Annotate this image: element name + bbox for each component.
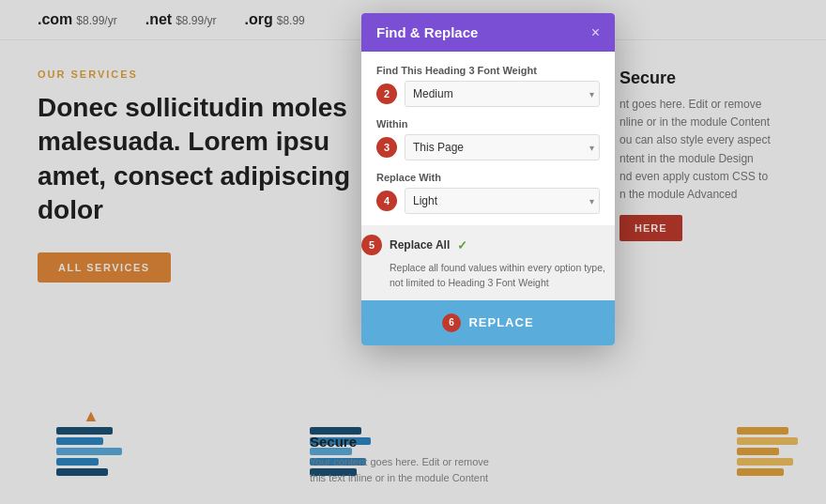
replace-all-section: 5 Replace All ✓ Replace all found values… [361,225,615,300]
checkmark-icon: ✓ [457,238,467,252]
step-4-badge: 4 [376,191,397,211]
replace-with-row: 4 Light Normal Bold Medium ▾ [376,188,600,214]
within-select-wrapper: This Page Entire Site This Section ▾ [405,134,600,160]
step-6-badge: 6 [442,313,461,332]
find-replace-modal: Find & Replace × Find This Heading 3 Fon… [361,13,615,345]
within-label: Within [376,118,600,130]
step-5-badge: 5 [361,235,382,255]
replace-with-label: Replace With [376,172,600,183]
find-select[interactable]: Medium Bold Light Normal [405,81,600,107]
step-3-badge: 3 [376,137,397,158]
replace-all-desc: Replace all found values within every op… [390,261,615,291]
modal-title: Find & Replace [376,24,478,40]
replace-button[interactable]: 6 Replace [361,300,615,345]
find-row: 2 Medium Bold Light Normal ▾ [376,81,600,107]
modal-header: Find & Replace × [361,13,615,52]
replace-select[interactable]: Light Normal Bold Medium [405,188,600,214]
within-select[interactable]: This Page Entire Site This Section [405,134,600,160]
replace-all-header: 5 Replace All ✓ [361,235,615,255]
find-label: Find This Heading 3 Font Weight [376,65,600,76]
replace-select-wrapper: Light Normal Bold Medium ▾ [405,188,600,214]
replace-button-label: Replace [468,315,533,329]
modal-footer: 6 Replace [361,300,615,345]
find-select-wrapper: Medium Bold Light Normal ▾ [405,81,600,107]
step-2-badge: 2 [376,84,397,104]
modal-close-button[interactable]: × [591,25,600,40]
modal-body: Find This Heading 3 Font Weight 2 Medium… [361,52,615,214]
replace-all-title: Replace All [390,238,450,252]
within-row: 3 This Page Entire Site This Section ▾ [376,134,600,160]
